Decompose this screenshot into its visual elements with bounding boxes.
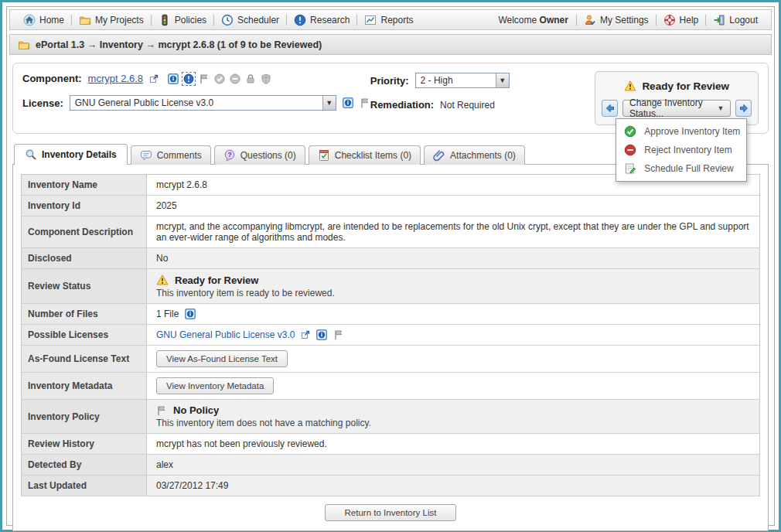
tab-checklist-items[interactable]: Checklist Items (0) [309,145,421,165]
tab-questions[interactable]: Questions (0) [214,145,305,165]
license-select-value: GNU General Public License v3.0 [70,96,322,110]
flag-icon [360,97,370,108]
table-row: Component Description mcrypt, and the ac… [22,217,760,248]
file-count-text: 1 File [156,309,179,319]
table-row: Disclosed No [22,248,760,269]
tab-comments[interactable]: Comments [131,145,211,165]
table-row: Review Status Ready for Review This inve… [22,269,760,304]
priority-select-value: 2 - High [416,73,496,87]
change-inventory-status-label: Change Inventory Status... [629,97,712,119]
priority-row: Priority: 2 - High ▼ [370,73,595,88]
tab-label: Attachments (0) [450,150,516,161]
status-controls: Change Inventory Status... ▼ [602,100,752,117]
external-link-icon[interactable] [301,330,310,339]
row-value: mcrypt has not been previously reviewed. [147,434,760,455]
next-item-button[interactable] [735,100,752,117]
priority-remediation-column: Priority: 2 - High ▼ Remediation: Not Re… [370,71,595,125]
nav-label: My Settings [600,15,649,26]
nav-label: Help [680,15,699,26]
tab-attachments[interactable]: Attachments (0) [424,145,525,165]
menu-item-schedule-full-review[interactable]: Schedule Full Review [616,159,746,178]
nav-item-research[interactable]: Research [287,14,356,26]
inventory-details-panel: Inventory Name mcrypt 2.6.8 Inventory Id… [12,164,769,531]
row-label: Inventory Id [22,196,147,217]
app-window: Home My Projects Policies Scheduler Rese… [0,0,781,532]
table-row: Inventory Id 2025 [22,196,760,217]
view-inventory-metadata-button[interactable]: View Inventory Metadata [156,377,274,394]
nav-item-my-settings[interactable]: My Settings [577,14,656,26]
dropdown-caret-icon[interactable]: ▼ [496,73,509,87]
welcome-prefix: Welcome [498,15,537,26]
row-value: View Inventory Metadata [147,373,760,400]
tab-inventory-details[interactable]: Inventory Details [14,144,128,165]
nav-right: Welcome Owner My Settings Help Logout [490,14,765,26]
comment-icon [140,149,152,162]
change-inventory-status-button[interactable]: Change Inventory Status... ▼ [622,100,731,117]
nav-left: Home My Projects Policies Scheduler Rese… [16,14,490,26]
info-icon[interactable] [185,309,196,319]
reject-minus-icon [624,144,636,156]
table-row: Last Updated 03/27/2012 17:49 [22,476,760,496]
priority-select[interactable]: 2 - High ▼ [415,73,510,88]
possible-license-link[interactable]: GNU General Public License v3.0 [156,329,295,340]
row-value: GNU General Public License v3.0 [147,325,760,346]
nav-item-help[interactable]: Help [657,14,706,26]
folder-icon [18,39,30,51]
view-as-found-license-text-button[interactable]: View As-Found License Text [156,350,288,367]
row-label: As-Found License Text [22,346,147,373]
review-status-value: Ready for Review [156,274,750,286]
nav-item-scheduler[interactable]: Scheduler [214,14,286,26]
component-action-icons [168,73,271,84]
nav-item-home[interactable]: Home [16,14,71,26]
row-value: alex [147,455,760,476]
clock-icon [221,14,234,26]
policy-status-text: No Policy [173,404,219,416]
flag-icon [156,405,167,416]
nav-item-logout[interactable]: Logout [706,14,765,26]
table-row: Inventory Metadata View Inventory Metada… [22,373,760,400]
row-label: Last Updated [22,476,147,496]
nav-label: Research [310,15,350,26]
app-content: Home My Projects Policies Scheduler Rese… [6,6,775,526]
component-row: Component: mcrypt 2.6.8 [22,73,370,84]
menu-item-approve-inventory-item[interactable]: Approve Inventory Item [616,122,746,141]
exclamation-icon[interactable] [183,73,194,84]
dropdown-caret-icon[interactable]: ▼ [322,96,336,110]
license-select[interactable]: GNU General Public License v3.0 ▼ [70,95,336,111]
logout-door-icon [713,14,725,26]
nav-label: Scheduler [237,15,279,26]
previous-item-button[interactable] [602,100,618,117]
chart-icon [364,14,377,26]
exclamation-badge-icon [294,14,306,26]
lock-icon [245,73,256,84]
row-label: Disclosed [22,248,147,269]
nav-item-policies[interactable]: Policies [152,14,213,26]
info-icon[interactable] [168,73,179,84]
row-value: Ready for Review This inventory item is … [147,269,760,304]
info-icon[interactable] [316,329,327,340]
row-label: Review History [22,434,147,455]
row-label: Possible Licenses [22,325,147,346]
arrow-right-icon [738,102,750,114]
breadcrumb: ePortal 1.3 → Inventory → mcrypt 2.6.8 (… [9,34,772,55]
schedule-review-icon [624,162,636,175]
remediation-value: Not Required [440,100,495,111]
nav-label: Logout [729,15,758,26]
nav-item-my-projects[interactable]: My Projects [72,14,151,26]
menu-item-reject-inventory-item[interactable]: Reject Inventory Item [616,141,746,159]
flag-icon [199,73,210,84]
warning-icon [624,80,636,92]
license-label: License: [22,97,63,109]
row-value: 03/27/2012 17:49 [147,476,760,496]
row-value: 2025 [147,196,760,217]
return-to-inventory-list-button[interactable]: Return to Inventory List [325,504,456,521]
info-icon[interactable] [343,97,353,108]
table-row: Number of Files 1 File [22,304,760,325]
component-name-link[interactable]: mcrypt 2.6.8 [88,73,144,84]
nav-label: My Projects [95,15,144,26]
external-link-icon[interactable] [149,74,159,84]
remediation-label: Remediation: [370,99,434,111]
nav-item-reports[interactable]: Reports [357,14,420,26]
warning-icon [156,274,169,286]
row-label: Detected By [22,455,147,476]
